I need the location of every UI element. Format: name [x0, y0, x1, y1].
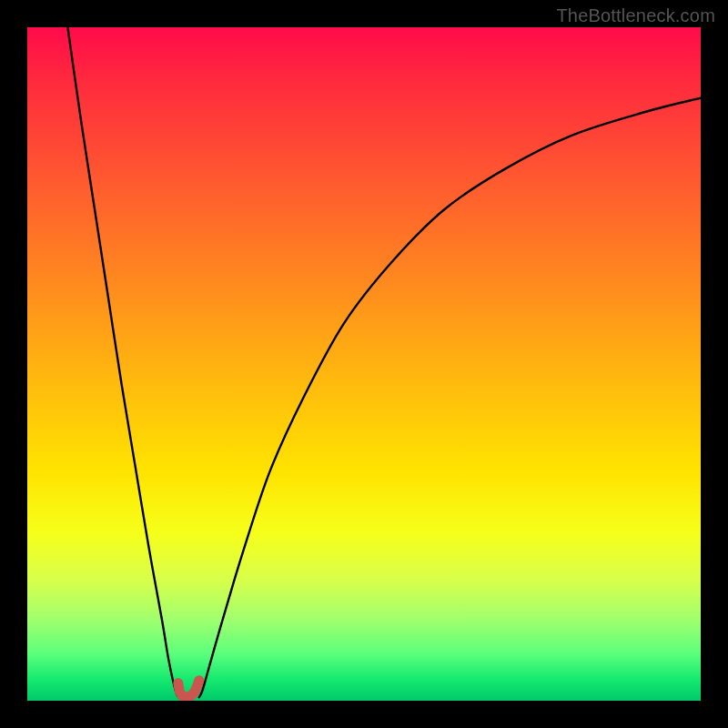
plot-area: [27, 27, 701, 701]
watermark-text: TheBottleneck.com: [556, 5, 715, 26]
curve-right: [199, 98, 701, 698]
curve-left: [67, 27, 178, 697]
curves-layer: [27, 27, 701, 701]
valley-marker: [178, 681, 199, 698]
outer-frame: TheBottleneck.com: [0, 0, 728, 728]
